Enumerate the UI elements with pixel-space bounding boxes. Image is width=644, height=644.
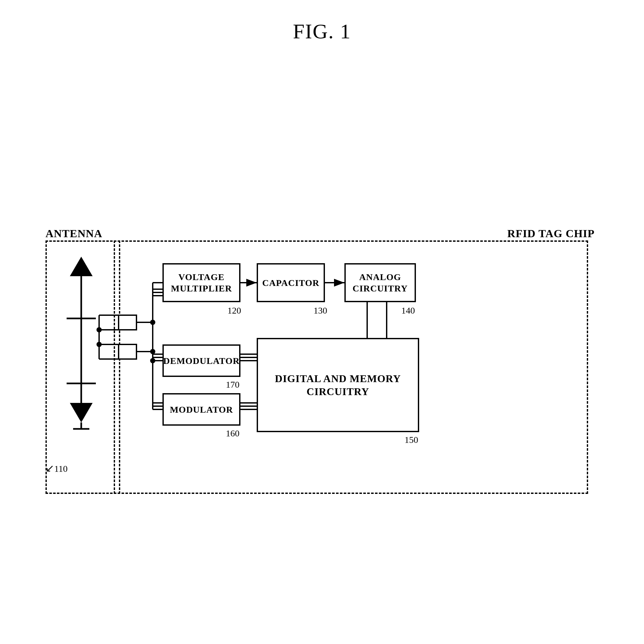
digital-memory-box: DIGITAL AND MEMORY CIRCUITRY [257,338,419,432]
demodulator-label: DEMODULATOR [163,355,240,367]
ref-modulator: 160 [226,428,239,439]
rfid-label: RFID TAG CHIP [507,227,595,240]
antenna-label: ANTENNA [45,227,102,240]
svg-marker-3 [70,403,93,422]
ref-demodulator: 170 [226,380,239,390]
analog-circuitry-box: ANALOG CIRCUITRY [344,263,416,302]
figure-title: FIG. 1 [293,19,351,44]
ref-digital: 150 [405,435,418,445]
analog-circuitry-label: ANALOG CIRCUITRY [346,271,415,294]
antenna-symbol [60,253,102,448]
voltage-multiplier-box: VOLTAGE MULTIPLIER [162,263,240,302]
voltage-multiplier-label: VOLTAGE MULTIPLIER [164,271,239,294]
diagram: ANTENNA RFID TAG CHIP [42,221,601,513]
digital-memory-label: DIGITAL AND MEMORY CIRCUITRY [258,372,418,398]
page: FIG. 1 ANTENNA RFID TAG CHIP [0,0,644,644]
ref-voltage: 120 [227,305,241,316]
demodulator-box: DEMODULATOR [162,344,240,377]
ref-capacitor: 130 [314,305,327,316]
capacitor-box: CAPACITOR [257,263,325,302]
ref-antenna: ↙110 [45,462,68,474]
svg-marker-0 [70,257,93,276]
modulator-label: MODULATOR [170,404,233,415]
ref-analog: 140 [401,305,415,316]
modulator-box: MODULATOR [162,393,240,426]
capacitor-label: CAPACITOR [262,277,319,289]
